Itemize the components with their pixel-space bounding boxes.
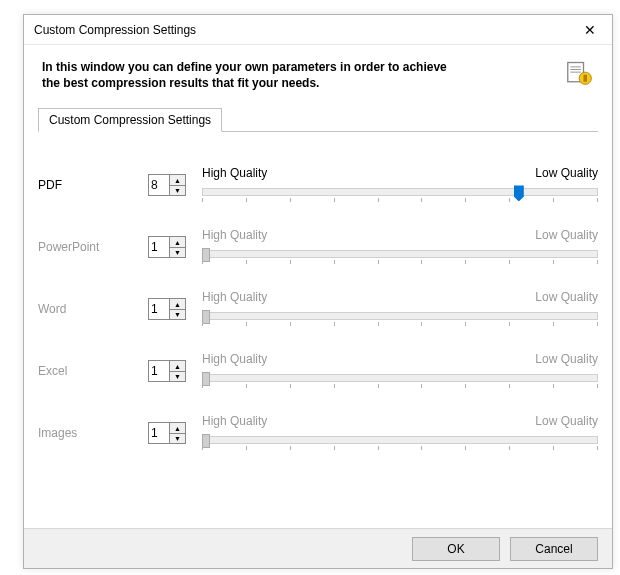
row-label: Images bbox=[38, 426, 148, 440]
intro-text: In this window you can define your own p… bbox=[42, 59, 566, 91]
low-quality-label: Low Quality bbox=[535, 290, 598, 304]
slider-labels: High Quality Low Quality bbox=[202, 414, 598, 428]
compression-row-pdf: PDF ▲ ▼ High Quality Low Quality bbox=[38, 166, 598, 204]
stepper-down-icon[interactable]: ▼ bbox=[170, 248, 185, 258]
stepper-arrows: ▲ ▼ bbox=[169, 299, 185, 319]
quantity-stepper[interactable]: ▲ ▼ bbox=[148, 298, 186, 320]
slider-track bbox=[202, 188, 598, 196]
high-quality-label: High Quality bbox=[202, 352, 267, 366]
stepper-down-icon[interactable]: ▼ bbox=[170, 310, 185, 320]
high-quality-label: High Quality bbox=[202, 228, 267, 242]
quality-slider[interactable] bbox=[202, 308, 598, 328]
quantity-stepper[interactable]: ▲ ▼ bbox=[148, 422, 186, 444]
quantity-stepper[interactable]: ▲ ▼ bbox=[148, 174, 186, 196]
stepper-up-icon[interactable]: ▲ bbox=[170, 361, 185, 372]
low-quality-label: Low Quality bbox=[535, 414, 598, 428]
stepper-up-icon[interactable]: ▲ bbox=[170, 299, 185, 310]
intro-line2: the best compression results that fit yo… bbox=[42, 76, 319, 90]
stepper-arrows: ▲ ▼ bbox=[169, 361, 185, 381]
compression-icon bbox=[566, 59, 594, 90]
low-quality-label: Low Quality bbox=[535, 166, 598, 180]
row-label: PowerPoint bbox=[38, 240, 148, 254]
quantity-stepper[interactable]: ▲ ▼ bbox=[148, 360, 186, 382]
stepper-input[interactable] bbox=[149, 175, 169, 195]
tab-bar: Custom Compression Settings bbox=[38, 107, 598, 132]
slider-ticks bbox=[202, 384, 598, 390]
stepper-input[interactable] bbox=[149, 299, 169, 319]
compression-row-word: Word ▲ ▼ High Quality Low Quality bbox=[38, 290, 598, 328]
slider-ticks bbox=[202, 260, 598, 266]
slider-column: High Quality Low Quality bbox=[202, 414, 598, 452]
slider-labels: High Quality Low Quality bbox=[202, 352, 598, 366]
tab-content: PDF ▲ ▼ High Quality Low Quality PowerPo… bbox=[24, 132, 612, 462]
stepper-up-icon[interactable]: ▲ bbox=[170, 237, 185, 248]
stepper-down-icon[interactable]: ▼ bbox=[170, 372, 185, 382]
ok-button[interactable]: OK bbox=[412, 537, 500, 561]
dialog-window: Custom Compression Settings ✕ In this wi… bbox=[23, 14, 613, 569]
stepper-up-icon[interactable]: ▲ bbox=[170, 423, 185, 434]
quality-slider[interactable] bbox=[202, 184, 598, 204]
compression-row-powerpoint: PowerPoint ▲ ▼ High Quality Low Quality bbox=[38, 228, 598, 266]
compression-row-excel: Excel ▲ ▼ High Quality Low Quality bbox=[38, 352, 598, 390]
dialog-footer: OK Cancel bbox=[24, 528, 612, 568]
slider-labels: High Quality Low Quality bbox=[202, 228, 598, 242]
slider-track bbox=[202, 250, 598, 258]
slider-column: High Quality Low Quality bbox=[202, 290, 598, 328]
svg-rect-5 bbox=[584, 75, 588, 82]
stepper-input[interactable] bbox=[149, 361, 169, 381]
compression-row-images: Images ▲ ▼ High Quality Low Quality bbox=[38, 414, 598, 452]
stepper-down-icon[interactable]: ▼ bbox=[170, 434, 185, 444]
quantity-stepper[interactable]: ▲ ▼ bbox=[148, 236, 186, 258]
low-quality-label: Low Quality bbox=[535, 352, 598, 366]
stepper-arrows: ▲ ▼ bbox=[169, 175, 185, 195]
slider-ticks bbox=[202, 322, 598, 328]
row-label: PDF bbox=[38, 178, 148, 192]
slider-labels: High Quality Low Quality bbox=[202, 290, 598, 304]
quality-slider[interactable] bbox=[202, 370, 598, 390]
high-quality-label: High Quality bbox=[202, 166, 267, 180]
high-quality-label: High Quality bbox=[202, 290, 267, 304]
row-label: Excel bbox=[38, 364, 148, 378]
tab-custom-compression[interactable]: Custom Compression Settings bbox=[38, 108, 222, 132]
slider-track bbox=[202, 374, 598, 382]
quality-slider[interactable] bbox=[202, 246, 598, 266]
quality-slider[interactable] bbox=[202, 432, 598, 452]
stepper-input[interactable] bbox=[149, 237, 169, 257]
slider-track bbox=[202, 436, 598, 444]
intro-line1: In this window you can define your own p… bbox=[42, 60, 447, 74]
stepper-down-icon[interactable]: ▼ bbox=[170, 186, 185, 196]
slider-column: High Quality Low Quality bbox=[202, 352, 598, 390]
cancel-button[interactable]: Cancel bbox=[510, 537, 598, 561]
window-title: Custom Compression Settings bbox=[34, 23, 578, 37]
slider-column: High Quality Low Quality bbox=[202, 228, 598, 266]
close-icon[interactable]: ✕ bbox=[578, 20, 602, 40]
stepper-arrows: ▲ ▼ bbox=[169, 237, 185, 257]
slider-track bbox=[202, 312, 598, 320]
stepper-input[interactable] bbox=[149, 423, 169, 443]
low-quality-label: Low Quality bbox=[535, 228, 598, 242]
intro-section: In this window you can define your own p… bbox=[24, 45, 612, 101]
stepper-arrows: ▲ ▼ bbox=[169, 423, 185, 443]
slider-ticks bbox=[202, 198, 598, 204]
slider-ticks bbox=[202, 446, 598, 452]
stepper-up-icon[interactable]: ▲ bbox=[170, 175, 185, 186]
slider-column: High Quality Low Quality bbox=[202, 166, 598, 204]
titlebar: Custom Compression Settings ✕ bbox=[24, 15, 612, 45]
high-quality-label: High Quality bbox=[202, 414, 267, 428]
slider-labels: High Quality Low Quality bbox=[202, 166, 598, 180]
row-label: Word bbox=[38, 302, 148, 316]
